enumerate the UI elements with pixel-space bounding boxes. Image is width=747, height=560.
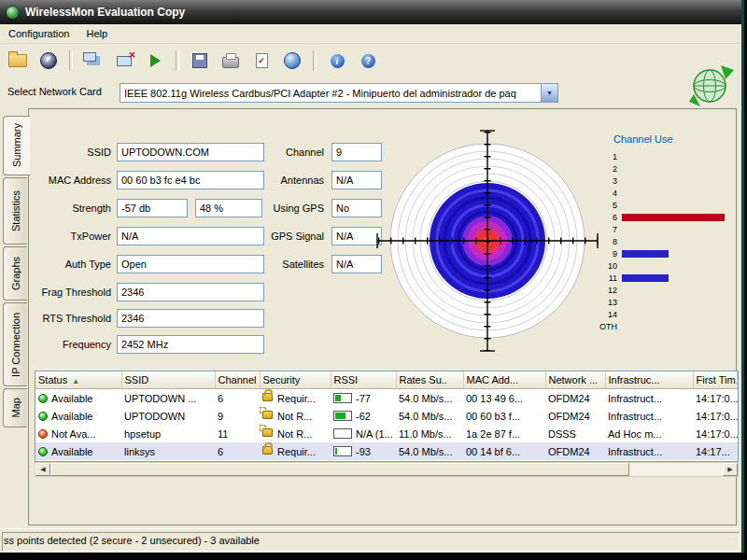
status-text: Not Ava... xyxy=(51,428,96,440)
channel-number: 13 xyxy=(597,298,617,307)
channel-row: OTH xyxy=(597,320,725,332)
start-monitor-button[interactable] xyxy=(142,48,168,74)
channel-row: 5 xyxy=(597,199,725,211)
column-header-mac[interactable]: MAC Add... xyxy=(463,371,545,389)
network-type-cell: DSSS xyxy=(545,425,605,442)
ssid-value[interactable]: UPTODOWN.COM xyxy=(117,143,264,161)
print-button[interactable] xyxy=(218,48,244,74)
network-card-select[interactable]: IEEE 802.11g Wireless Cardbus/PCI Adapte… xyxy=(120,83,558,103)
help-button[interactable] xyxy=(355,48,381,74)
column-header-ssid[interactable]: SSID xyxy=(121,371,215,389)
auth-type-value[interactable]: Open xyxy=(117,255,264,273)
channel-row: 4 xyxy=(597,187,725,199)
table-row[interactable]: AvailableUPTODOWN ...6Requir...-7754.0 M… xyxy=(35,389,738,408)
mac-address-value[interactable]: 00 60 b3 fc e4 bc xyxy=(117,171,264,189)
table-row[interactable]: Availablelinksys6Requir...-9354.0 Mb/s..… xyxy=(35,442,738,460)
security-text: Not R... xyxy=(277,428,312,440)
frag-threshold-value[interactable]: 2346 xyxy=(117,283,264,301)
security-text: Not R... xyxy=(277,411,312,422)
column-header-security[interactable]: Security xyxy=(260,371,331,389)
table-row[interactable]: AvailableUPTODOWN9Not R...-6254.0 Mb/s..… xyxy=(35,407,738,425)
scroll-thumb[interactable] xyxy=(50,463,629,476)
info-button[interactable] xyxy=(324,48,350,74)
channel-number: 14 xyxy=(597,310,617,319)
status-text: ss points detected (2 secure - 2 unsecur… xyxy=(4,535,260,546)
column-header-channel[interactable]: Channel xyxy=(215,371,260,389)
network-adapters-icon xyxy=(83,52,96,62)
gps-signal-label: GPS Signal xyxy=(253,227,324,245)
tab-graphs[interactable]: Graphs xyxy=(3,246,27,301)
channel-number: 2 xyxy=(597,164,617,174)
rssi-text: -93 xyxy=(356,446,371,457)
status-led-icon xyxy=(38,447,48,456)
save-icon xyxy=(192,53,207,68)
save-button[interactable] xyxy=(187,48,213,74)
window-title: WirelessMon Evaluation Copy xyxy=(25,6,185,19)
rates-cell: 54.0 Mb/s... xyxy=(396,442,463,460)
tab-summary[interactable]: Summary xyxy=(3,116,30,175)
network-type-cell: OFDM24 xyxy=(545,407,605,425)
channel-usage-bar xyxy=(622,214,725,221)
networks-table: StatusSSIDChannelSecurityRSSIRates Su..M… xyxy=(35,371,739,462)
column-header-rssi[interactable]: RSSI xyxy=(331,371,396,389)
titlebar[interactable]: WirelessMon Evaluation Copy xyxy=(0,0,741,24)
menu-configuration[interactable]: Configuration xyxy=(0,25,78,42)
channel-row: 2 xyxy=(597,162,725,175)
column-header-network[interactable]: Network ... xyxy=(545,371,605,389)
column-header-status[interactable]: Status xyxy=(35,371,121,389)
menu-help[interactable]: Help xyxy=(78,25,116,42)
channel-number: 11 xyxy=(597,273,617,283)
channel-row: 10 xyxy=(597,259,725,272)
rates-cell: 11.0 Mb/s... xyxy=(396,425,463,442)
first-time-cell: 14:17... xyxy=(693,442,738,460)
rssi-meter-icon xyxy=(333,411,352,421)
frequency-value[interactable]: 2452 MHz xyxy=(117,335,264,354)
using-gps-label: Using GPS xyxy=(253,199,324,217)
open-file-button[interactable] xyxy=(5,48,31,74)
channel-cell: 6 xyxy=(215,442,260,460)
remove-adapter-button[interactable] xyxy=(111,48,137,74)
channel-row: 1 xyxy=(597,150,725,162)
table-horizontal-scrollbar[interactable] xyxy=(35,462,739,477)
mac-address-cell: 00 13 49 6... xyxy=(463,389,545,408)
network-type-cell: OFDM24 xyxy=(545,389,605,408)
tab-ip-connection[interactable]: IP Connection xyxy=(3,302,27,386)
reload-adapters-button[interactable] xyxy=(80,48,106,74)
channel-cell: 11 xyxy=(215,425,260,442)
rssi-text: N/A (1... xyxy=(356,428,393,440)
channel-row: 7 xyxy=(597,223,725,235)
status-led-icon xyxy=(38,429,48,439)
rssi-meter-icon xyxy=(333,393,352,403)
strength-db-value[interactable]: -57 db xyxy=(117,199,188,217)
column-header-rates[interactable]: Rates Su.. xyxy=(396,371,463,389)
status-led-icon xyxy=(38,412,48,421)
channel-cell: 9 xyxy=(215,407,260,425)
column-header-first_time[interactable]: First Tim... xyxy=(693,371,738,389)
ssid-cell: hpsetup xyxy=(121,425,215,442)
table-row[interactable]: Not Ava...hpsetup11Not R...N/A (1...11.0… xyxy=(35,425,738,442)
satellites-label: Satellites xyxy=(253,255,324,273)
gauge-button[interactable] xyxy=(35,48,62,74)
report-check-icon xyxy=(256,53,268,68)
channel-number: 6 xyxy=(597,213,617,222)
txpower-value[interactable]: N/A xyxy=(117,227,264,245)
network-type-cell: OFDM24 xyxy=(545,442,605,460)
dropdown-arrow-icon[interactable] xyxy=(541,84,557,102)
channel-row: 3 xyxy=(597,175,725,187)
first-time-cell: 14:17:0... xyxy=(693,389,738,408)
column-header-infrastructure[interactable]: Infrastruc... xyxy=(605,371,693,389)
channel-use-title: Channel Use xyxy=(613,133,673,145)
lock-open-icon xyxy=(262,411,273,419)
status-text: Available xyxy=(51,393,92,404)
ssid-cell: UPTODOWN xyxy=(121,407,215,425)
scroll-right-button[interactable] xyxy=(723,463,738,476)
scroll-left-button[interactable] xyxy=(35,463,50,476)
channel-cell: 6 xyxy=(215,389,260,408)
report-button[interactable] xyxy=(248,48,275,74)
tab-map[interactable]: Map xyxy=(3,388,27,427)
web-button[interactable] xyxy=(279,48,305,74)
rts-threshold-value[interactable]: 2346 xyxy=(117,309,264,328)
rates-cell: 54.0 Mb/s... xyxy=(396,389,463,408)
tab-statistics[interactable]: Statistics xyxy=(3,177,27,245)
channel-number: 4 xyxy=(597,189,617,198)
